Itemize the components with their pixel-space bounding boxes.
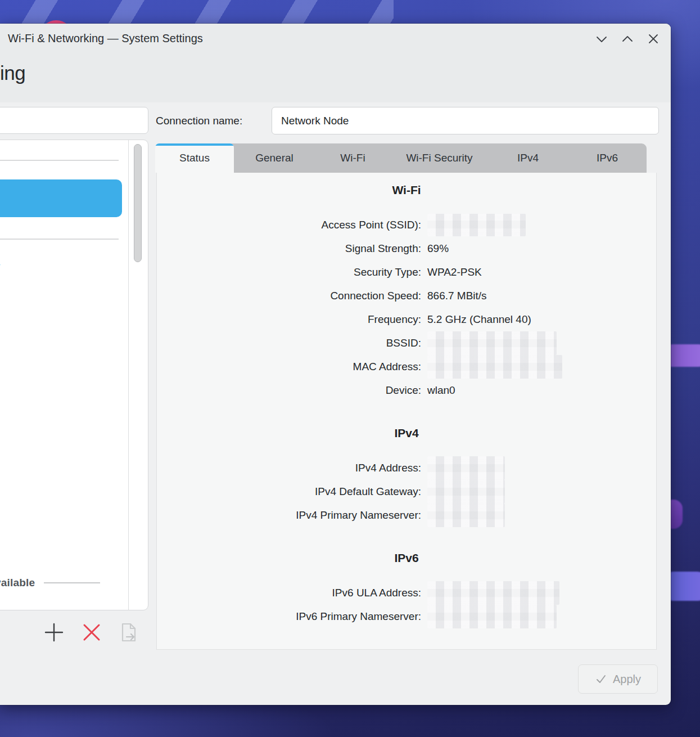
redacted-value	[427, 331, 557, 355]
status-row: Frequency: 5.2 GHz (Channel 40)	[157, 308, 656, 331]
export-connection-button[interactable]	[118, 621, 140, 644]
chevron-down-icon	[595, 32, 608, 46]
redacted-value	[427, 605, 557, 628]
status-row: IPv4 Primary Nameserver:	[157, 504, 656, 527]
status-row: IPv4 Address:	[157, 456, 656, 480]
status-row: IPv6 ULA Address:	[157, 581, 656, 605]
status-row: IPv4 Default Gateway:	[157, 480, 656, 504]
redacted-value	[427, 456, 505, 480]
scrollbar-thumb[interactable]	[134, 144, 142, 262]
close-button[interactable]	[646, 32, 661, 46]
tab-ipv6[interactable]: IPv6	[568, 143, 647, 173]
apply-button[interactable]: Apply	[578, 664, 658, 694]
add-connection-button[interactable]	[43, 621, 65, 644]
tab-ipv4[interactable]: IPv4	[488, 143, 568, 173]
check-icon	[595, 673, 607, 685]
status-tab-panel: Wi-Fi Access Point (SSID): Signal Streng…	[156, 173, 657, 650]
tab-wifi[interactable]: Wi-Fi	[315, 143, 391, 173]
list-separator	[0, 239, 119, 240]
list-separator	[0, 160, 119, 161]
scrollbar-track-divider	[128, 140, 129, 610]
redacted-value	[427, 504, 505, 527]
search-input[interactable]	[0, 107, 148, 134]
status-row: Access Point (SSID):	[157, 213, 656, 237]
connection-list-selected-item[interactable]	[0, 179, 122, 217]
connection-name-label: Connection name:	[156, 107, 242, 134]
section-title-wifi: Wi-Fi	[157, 178, 656, 202]
window-title: Wi-Fi & Networking — System Settings	[8, 24, 203, 53]
minimize-button[interactable]	[594, 32, 609, 46]
status-row: MAC Address:	[157, 355, 656, 379]
tab-wifi-security[interactable]: Wi-Fi Security	[391, 143, 488, 173]
tab-general[interactable]: General	[234, 143, 315, 173]
tab-status[interactable]: Status	[155, 143, 234, 173]
redacted-value	[427, 355, 562, 379]
apply-button-label: Apply	[613, 673, 641, 686]
redacted-value	[427, 214, 526, 236]
section-header-fragment: vailable	[0, 577, 35, 589]
plus-icon	[44, 622, 64, 642]
connection-list-toolbar	[0, 621, 152, 644]
connection-list: 4 vailable	[0, 140, 148, 610]
status-row: BSSID:	[157, 331, 656, 355]
status-row: Device: wlan0	[157, 379, 656, 402]
maximize-button[interactable]	[620, 32, 635, 46]
system-settings-window: Wi-Fi & Networking — System Settings	[0, 24, 671, 705]
editor-tabbar: Status General Wi-Fi Wi-Fi Security IPv4…	[155, 143, 647, 173]
close-icon	[647, 32, 660, 46]
page-header	[0, 53, 671, 102]
section-title-ipv4: IPv4	[157, 421, 656, 445]
status-row: Signal Strength: 69%	[157, 237, 656, 260]
window-titlebar[interactable]: Wi-Fi & Networking — System Settings	[0, 24, 671, 53]
redacted-value	[427, 480, 505, 504]
connection-name-input[interactable]	[272, 107, 659, 134]
section-title-ipv6: IPv6	[157, 546, 656, 570]
status-row: IPv6 Primary Nameserver:	[157, 605, 656, 628]
window-controls	[594, 24, 661, 53]
section-header-rule	[44, 582, 100, 583]
delete-connection-button[interactable]	[80, 621, 103, 644]
page-title-fragment: ing	[0, 62, 25, 84]
delete-x-icon	[82, 622, 102, 642]
list-section-header: vailable	[0, 574, 122, 591]
status-row: Connection Speed: 866.7 MBit/s	[157, 284, 656, 308]
chevron-up-icon	[621, 32, 634, 46]
redacted-value	[427, 581, 559, 605]
document-export-icon	[119, 622, 138, 642]
desktop-wallpaper: Wi-Fi & Networking — System Settings	[0, 0, 700, 737]
list-item-text-fragment: 4	[0, 256, 1, 269]
status-row: Security Type: WPA2-PSK	[157, 260, 656, 284]
